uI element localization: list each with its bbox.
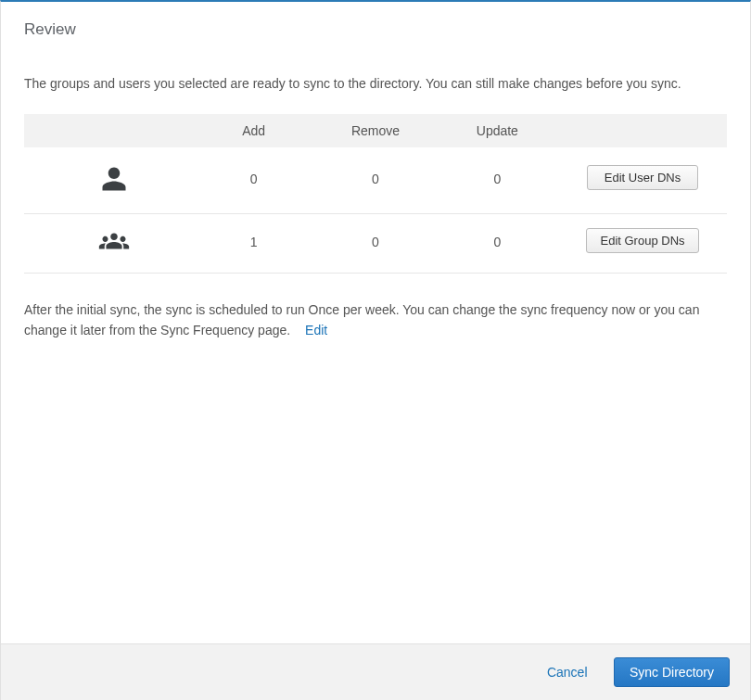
edit-frequency-link[interactable]: Edit <box>305 323 327 337</box>
groups-update-value: 0 <box>437 214 558 274</box>
description-text: The groups and users you selected are re… <box>24 76 727 91</box>
users-action-cell: Edit User DNs <box>558 147 727 214</box>
header-update: Update <box>437 114 558 147</box>
users-remove-value: 0 <box>314 147 436 214</box>
groups-remove-value: 0 <box>314 214 436 274</box>
groups-action-cell: Edit Group DNs <box>558 214 727 274</box>
groups-row: 1 0 0 Edit Group DNs <box>24 214 727 274</box>
dialog-footer: Cancel Sync Directory <box>1 643 750 700</box>
page-title: Review <box>24 20 727 39</box>
header-action-blank <box>558 114 727 147</box>
schedule-text: After the initial sync, the sync is sche… <box>24 302 699 337</box>
sync-summary-table: Add Remove Update 0 0 0 Edit User DNs <box>24 114 727 274</box>
users-update-value: 0 <box>437 147 558 214</box>
groups-add-value: 1 <box>193 214 314 274</box>
header-add: Add <box>193 114 314 147</box>
cancel-button[interactable]: Cancel <box>547 665 588 680</box>
sync-directory-button[interactable]: Sync Directory <box>614 657 730 687</box>
header-blank <box>24 114 193 147</box>
user-icon <box>100 164 128 194</box>
groups-icon-cell <box>24 214 193 274</box>
group-icon <box>96 231 132 253</box>
edit-group-dns-button[interactable]: Edit Group DNs <box>586 228 698 253</box>
users-row: 0 0 0 Edit User DNs <box>24 147 727 214</box>
schedule-text-container: After the initial sync, the sync is sche… <box>24 299 727 341</box>
header-remove: Remove <box>314 114 436 147</box>
users-add-value: 0 <box>193 147 314 214</box>
users-icon-cell <box>24 147 193 214</box>
edit-user-dns-button[interactable]: Edit User DNs <box>587 165 698 190</box>
table-header-row: Add Remove Update <box>24 114 727 147</box>
